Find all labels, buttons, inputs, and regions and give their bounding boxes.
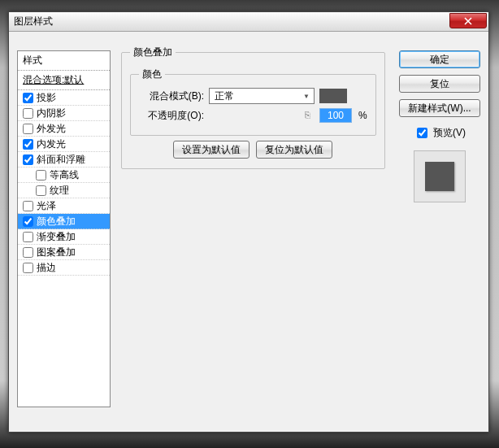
- style-item-label: 等高线: [50, 168, 79, 182]
- style-item[interactable]: 内发光: [18, 137, 110, 152]
- client-area: 样式 混合选项:默认 投影内阴影外发光内发光斜面和浮雕等高线纹理光泽颜色叠加渐变…: [9, 32, 488, 432]
- center-panel: 颜色叠加 颜色 混合模式(B): 正常 ▼ 不透明度(O):: [121, 46, 381, 174]
- blend-mode-label: 混合模式(B):: [139, 89, 204, 103]
- preview-checkbox-row[interactable]: 预览(V): [414, 125, 466, 141]
- preview-label: 预览(V): [433, 126, 466, 140]
- style-item-label: 图案叠加: [37, 246, 76, 259]
- style-item[interactable]: 描边: [18, 260, 110, 276]
- overlay-color-swatch[interactable]: [319, 89, 347, 103]
- preview-swatch-wrap: [414, 150, 466, 202]
- style-item[interactable]: 内阴影: [18, 106, 110, 121]
- style-list-header[interactable]: 样式: [18, 51, 110, 71]
- close-button[interactable]: [449, 13, 487, 28]
- style-item-checkbox[interactable]: [23, 139, 33, 150]
- right-panel: 确定 复位 新建样式(W)... 预览(V): [399, 50, 480, 202]
- style-item[interactable]: 等高线: [18, 167, 110, 183]
- preview-checkbox[interactable]: [417, 128, 427, 138]
- reset-default-button[interactable]: 复位为默认值: [256, 141, 332, 159]
- style-item[interactable]: 图案叠加: [18, 245, 110, 260]
- opacity-row: 不透明度(O): ⎘ %: [139, 106, 367, 125]
- style-item-checkbox[interactable]: [23, 93, 33, 103]
- style-item[interactable]: 颜色叠加: [18, 214, 110, 229]
- outer-group: 颜色叠加 颜色 混合模式(B): 正常 ▼ 不透明度(O):: [121, 46, 385, 169]
- style-item-label: 内阴影: [37, 107, 66, 120]
- new-style-button[interactable]: 新建样式(W)...: [399, 99, 480, 117]
- preview-swatch: [425, 162, 454, 191]
- make-default-button[interactable]: 设置为默认值: [173, 141, 250, 159]
- style-item-checkbox[interactable]: [23, 247, 33, 258]
- link-icon: ⎘: [305, 110, 315, 121]
- close-icon: [464, 17, 472, 25]
- style-item-label: 斜面和浮雕: [37, 153, 85, 167]
- style-item-checkbox[interactable]: [23, 108, 33, 119]
- titlebar: 图层样式: [9, 12, 488, 32]
- style-item[interactable]: 外发光: [18, 121, 110, 137]
- style-item[interactable]: 渐变叠加: [18, 229, 110, 245]
- color-group-title: 颜色: [139, 67, 165, 81]
- style-item[interactable]: 纹理: [18, 183, 110, 198]
- style-item-label: 颜色叠加: [37, 215, 76, 228]
- style-item-checkbox[interactable]: [23, 263, 33, 273]
- defaults-row: 设置为默认值 复位为默认值: [130, 141, 376, 159]
- blend-mode-select[interactable]: 正常 ▼: [209, 88, 315, 104]
- style-item-label: 外发光: [37, 122, 66, 136]
- style-item-checkbox[interactable]: [36, 185, 46, 196]
- style-item-checkbox[interactable]: [23, 232, 33, 242]
- ok-button[interactable]: 确定: [399, 50, 480, 68]
- style-listbox: 样式 混合选项:默认 投影内阴影外发光内发光斜面和浮雕等高线纹理光泽颜色叠加渐变…: [17, 50, 111, 407]
- outer-group-title: 颜色叠加: [130, 46, 176, 59]
- dialog-window: 图层样式 样式 混合选项:默认 投影内阴影外发光内发光斜面和浮雕等高线纹理光泽颜…: [8, 11, 489, 433]
- style-list-subheader[interactable]: 混合选项:默认: [18, 71, 110, 90]
- style-item[interactable]: 光泽: [18, 198, 110, 214]
- opacity-suffix: %: [358, 110, 367, 121]
- style-item[interactable]: 斜面和浮雕: [18, 152, 110, 167]
- style-item[interactable]: 投影: [18, 90, 110, 106]
- blend-mode-row: 混合模式(B): 正常 ▼: [139, 86, 367, 106]
- chevron-down-icon: ▼: [301, 90, 312, 102]
- style-item-label: 光泽: [37, 199, 56, 213]
- blend-mode-value: 正常: [215, 89, 234, 103]
- style-item-checkbox[interactable]: [23, 154, 33, 165]
- style-item-label: 内发光: [37, 137, 66, 151]
- style-item-label: 描边: [37, 261, 56, 275]
- style-item-checkbox[interactable]: [23, 216, 33, 227]
- style-item-checkbox[interactable]: [23, 201, 33, 211]
- style-item-checkbox[interactable]: [23, 124, 33, 134]
- style-item-label: 纹理: [50, 184, 69, 198]
- window-title: 图层样式: [14, 15, 53, 28]
- color-group: 颜色 混合模式(B): 正常 ▼ 不透明度(O):: [130, 67, 376, 136]
- cancel-button[interactable]: 复位: [399, 75, 480, 93]
- style-item-checkbox[interactable]: [36, 170, 46, 181]
- opacity-label: 不透明度(O):: [139, 109, 204, 123]
- style-item-label: 投影: [37, 91, 56, 105]
- style-item-label: 渐变叠加: [37, 230, 76, 244]
- opacity-input[interactable]: [319, 108, 352, 123]
